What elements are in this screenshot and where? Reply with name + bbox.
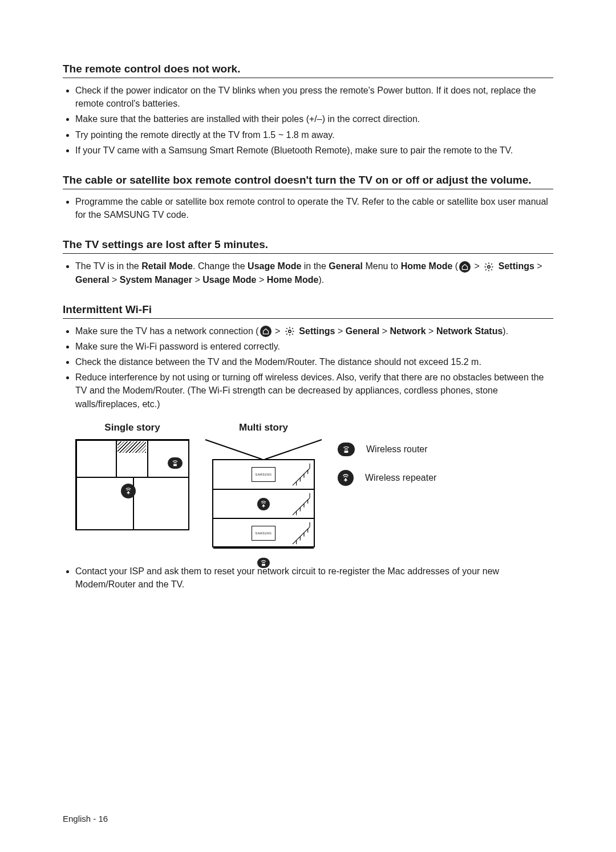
text: ( bbox=[452, 261, 458, 271]
text: Make sure the TV has a network connectio… bbox=[75, 326, 259, 336]
text: Menu to bbox=[363, 261, 401, 271]
stairs-icon bbox=[291, 462, 311, 486]
text: ). bbox=[502, 326, 508, 336]
page-footer: English - 16 bbox=[63, 814, 108, 823]
text-bold: Network bbox=[390, 326, 426, 336]
bullets-retail: The TV is in the Retail Mode. Change the… bbox=[63, 259, 553, 286]
text-bold: Home Mode bbox=[401, 261, 453, 271]
list-item: Reduce interference by not using or turn… bbox=[75, 371, 553, 411]
stairs-icon bbox=[291, 492, 311, 516]
legend-row: Wireless router bbox=[338, 443, 436, 456]
repeater-icon bbox=[338, 470, 354, 486]
home-icon bbox=[459, 261, 471, 273]
router-icon bbox=[168, 457, 183, 469]
settings-icon bbox=[483, 261, 495, 273]
multi-story-diagram: Multi story SAMSUNG SAMSUNG bbox=[206, 422, 321, 547]
heading-retail: The TV settings are lost after 5 minutes… bbox=[63, 238, 553, 254]
text: > bbox=[335, 326, 345, 336]
heading-cable-box: The cable or satellite box remote contro… bbox=[63, 174, 553, 189]
list-item: Programme the cable or satellite box rem… bbox=[75, 195, 553, 221]
bullets-remote: Check if the power indicator on the TV b… bbox=[63, 84, 553, 157]
list-item: If your TV came with a Samsung Smart Rem… bbox=[75, 144, 553, 157]
stairs-icon bbox=[291, 521, 311, 545]
bullets-wifi: Make sure the TV has a network connectio… bbox=[63, 324, 553, 411]
text: > bbox=[426, 326, 436, 336]
text: > bbox=[256, 275, 266, 285]
legend-label: Wireless repeater bbox=[365, 473, 436, 483]
text-bold: Home Mode bbox=[267, 275, 319, 285]
floorplan bbox=[75, 439, 189, 530]
home-icon bbox=[260, 326, 271, 337]
repeater-icon bbox=[121, 484, 136, 498]
list-item: Make sure the Wi-Fi password is entered … bbox=[75, 340, 553, 353]
text: > bbox=[379, 326, 390, 336]
svg-rect-4 bbox=[345, 451, 347, 452]
heading-remote: The remote control does not work. bbox=[63, 63, 553, 78]
text: > bbox=[192, 275, 202, 285]
text-bold: General bbox=[346, 326, 380, 336]
svg-point-0 bbox=[488, 266, 491, 269]
text-bold: Usage Mode bbox=[202, 275, 256, 285]
text-bold: Network Status bbox=[436, 326, 502, 336]
list-item: Make sure the TV has a network connectio… bbox=[75, 324, 553, 338]
svg-rect-2 bbox=[174, 464, 177, 465]
diagram-row: Single story Multi story SAMSUNG bbox=[63, 422, 553, 547]
text-bold: Settings bbox=[499, 261, 534, 271]
diagram-title: Single story bbox=[104, 422, 160, 433]
text: in the bbox=[301, 261, 329, 271]
text: ). bbox=[318, 275, 324, 285]
svg-point-1 bbox=[289, 330, 291, 333]
list-item: Check the distance between the TV and th… bbox=[75, 355, 553, 368]
text: > bbox=[273, 326, 283, 336]
list-item: Check if the power indicator on the TV b… bbox=[75, 84, 553, 110]
text-bold: General bbox=[329, 261, 363, 271]
tv-icon: SAMSUNG bbox=[252, 526, 275, 541]
heading-wifi: Intermittent Wi-Fi bbox=[63, 303, 553, 319]
text-bold: Retail Mode bbox=[141, 261, 193, 271]
legend-label: Wireless router bbox=[366, 444, 428, 455]
house-illustration: SAMSUNG SAMSUNG bbox=[206, 439, 321, 547]
text-bold: General bbox=[75, 275, 110, 285]
text: . Change the bbox=[193, 261, 248, 271]
document-page: The remote control does not work. Check … bbox=[0, 0, 616, 852]
list-item: Try pointing the remote directly at the … bbox=[75, 128, 553, 141]
svg-rect-3 bbox=[262, 565, 265, 566]
repeater-icon bbox=[257, 498, 270, 510]
legend-row: Wireless repeater bbox=[338, 470, 436, 486]
diagram-legend: Wireless router Wireless repeater bbox=[338, 422, 436, 486]
router-icon bbox=[338, 443, 355, 456]
list-item: The TV is in the Retail Mode. Change the… bbox=[75, 259, 553, 286]
text: > bbox=[110, 275, 120, 285]
text-bold: Settings bbox=[299, 326, 335, 336]
list-item: Make sure that the batteries are install… bbox=[75, 112, 553, 125]
tv-icon: SAMSUNG bbox=[252, 467, 275, 482]
router-icon bbox=[257, 558, 270, 568]
text: > bbox=[472, 261, 482, 271]
text: The TV is in the bbox=[75, 261, 141, 271]
bullets-cable-box: Programme the cable or satellite box rem… bbox=[63, 195, 553, 221]
settings-icon bbox=[284, 326, 295, 337]
text-bold: System Manager bbox=[120, 275, 192, 285]
list-item: Contact your ISP and ask them to reset y… bbox=[75, 565, 553, 591]
single-story-diagram: Single story bbox=[75, 422, 189, 530]
text: > bbox=[534, 261, 542, 271]
text-bold: Usage Mode bbox=[248, 261, 301, 271]
diagram-title: Multi story bbox=[239, 422, 288, 433]
